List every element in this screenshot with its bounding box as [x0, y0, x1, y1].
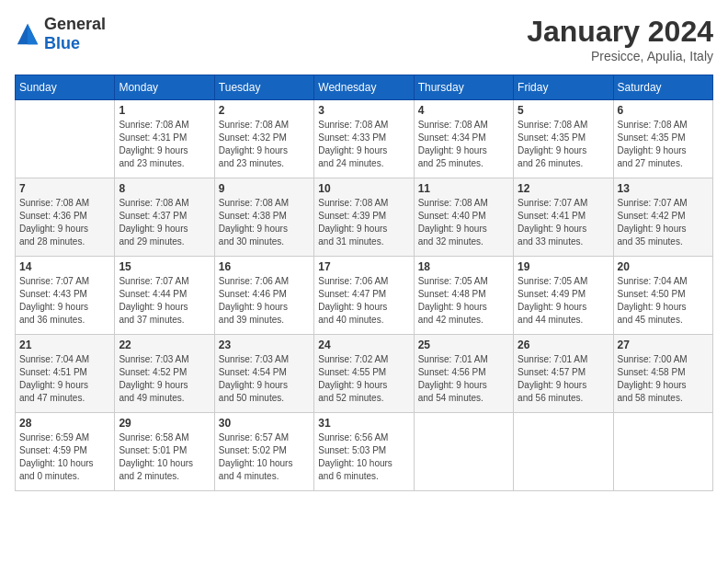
calendar-cell: 31Sunrise: 6:56 AMSunset: 5:03 PMDayligh…	[314, 413, 414, 491]
day-info: Sunrise: 7:03 AMSunset: 4:54 PMDaylight:…	[219, 353, 310, 405]
day-number: 15	[119, 260, 210, 273]
calendar-cell: 24Sunrise: 7:02 AMSunset: 4:55 PMDayligh…	[314, 335, 414, 413]
day-number: 30	[219, 417, 310, 430]
weekday-header-monday: Monday	[115, 75, 214, 100]
calendar-cell: 17Sunrise: 7:06 AMSunset: 4:47 PMDayligh…	[314, 257, 414, 335]
day-info: Sunrise: 7:08 AMSunset: 4:35 PMDaylight:…	[618, 119, 709, 170]
day-info: Sunrise: 7:07 AMSunset: 4:43 PMDaylight:…	[19, 275, 110, 327]
day-number: 24	[318, 339, 409, 351]
calendar-cell	[514, 413, 613, 491]
calendar-cell: 8Sunrise: 7:08 AMSunset: 4:37 PMDaylight…	[115, 178, 214, 257]
title-area: January 2024 Presicce, Apulia, Italy	[527, 15, 713, 63]
day-number: 17	[318, 260, 409, 273]
weekday-header-sunday: Sunday	[16, 75, 115, 100]
day-number: 5	[518, 104, 609, 117]
day-info: Sunrise: 6:58 AMSunset: 5:01 PMDaylight:…	[119, 431, 210, 483]
day-number: 20	[618, 260, 709, 273]
day-info: Sunrise: 7:08 AMSunset: 4:31 PMDaylight:…	[119, 119, 210, 170]
calendar-cell: 4Sunrise: 7:08 AMSunset: 4:34 PMDaylight…	[414, 100, 513, 178]
day-info: Sunrise: 7:08 AMSunset: 4:40 PMDaylight:…	[418, 197, 509, 248]
calendar-cell: 15Sunrise: 7:07 AMSunset: 4:44 PMDayligh…	[115, 257, 214, 335]
location-subtitle: Presicce, Apulia, Italy	[527, 49, 713, 63]
day-info: Sunrise: 7:08 AMSunset: 4:32 PMDaylight:…	[219, 119, 310, 170]
calendar-cell: 29Sunrise: 6:58 AMSunset: 5:01 PMDayligh…	[115, 413, 214, 491]
day-number: 18	[418, 260, 509, 273]
weekday-header-wednesday: Wednesday	[314, 75, 414, 100]
day-number: 12	[518, 182, 609, 195]
day-number: 8	[119, 182, 210, 195]
day-number: 19	[518, 260, 609, 273]
calendar-cell: 11Sunrise: 7:08 AMSunset: 4:40 PMDayligh…	[414, 178, 513, 257]
calendar-table: SundayMondayTuesdayWednesdayThursdayFrid…	[15, 75, 713, 491]
day-info: Sunrise: 7:05 AMSunset: 4:49 PMDaylight:…	[518, 275, 609, 327]
day-number: 23	[219, 339, 310, 351]
calendar-cell	[414, 413, 513, 491]
day-info: Sunrise: 7:08 AMSunset: 4:38 PMDaylight:…	[219, 197, 310, 248]
calendar-cell: 20Sunrise: 7:04 AMSunset: 4:50 PMDayligh…	[613, 257, 712, 335]
calendar-cell: 5Sunrise: 7:08 AMSunset: 4:35 PMDaylight…	[514, 100, 613, 178]
calendar-cell: 7Sunrise: 7:08 AMSunset: 4:36 PMDaylight…	[16, 178, 115, 257]
week-row-4: 21Sunrise: 7:04 AMSunset: 4:51 PMDayligh…	[16, 335, 713, 413]
calendar-cell	[16, 100, 115, 178]
page-header: General Blue January 2024 Presicce, Apul…	[15, 15, 713, 63]
day-number: 9	[219, 182, 310, 195]
day-number: 1	[119, 104, 210, 117]
day-number: 29	[119, 417, 210, 430]
calendar-cell: 28Sunrise: 6:59 AMSunset: 4:59 PMDayligh…	[16, 413, 115, 491]
day-number: 6	[618, 104, 709, 117]
calendar-cell: 2Sunrise: 7:08 AMSunset: 4:32 PMDaylight…	[214, 100, 313, 178]
day-info: Sunrise: 7:07 AMSunset: 4:44 PMDaylight:…	[119, 275, 210, 327]
week-row-5: 28Sunrise: 6:59 AMSunset: 4:59 PMDayligh…	[16, 413, 713, 491]
day-info: Sunrise: 7:01 AMSunset: 4:56 PMDaylight:…	[418, 353, 509, 405]
day-number: 21	[19, 339, 110, 351]
day-info: Sunrise: 7:06 AMSunset: 4:46 PMDaylight:…	[219, 275, 310, 327]
calendar-cell: 12Sunrise: 7:07 AMSunset: 4:41 PMDayligh…	[514, 178, 613, 257]
calendar-cell: 1Sunrise: 7:08 AMSunset: 4:31 PMDaylight…	[115, 100, 214, 178]
calendar-cell: 9Sunrise: 7:08 AMSunset: 4:38 PMDaylight…	[214, 178, 313, 257]
calendar-cell: 27Sunrise: 7:00 AMSunset: 4:58 PMDayligh…	[613, 335, 712, 413]
day-info: Sunrise: 7:07 AMSunset: 4:42 PMDaylight:…	[618, 197, 709, 248]
day-number: 7	[19, 182, 110, 195]
calendar-cell: 6Sunrise: 7:08 AMSunset: 4:35 PMDaylight…	[613, 100, 712, 178]
day-info: Sunrise: 6:56 AMSunset: 5:03 PMDaylight:…	[318, 431, 409, 483]
day-number: 16	[219, 260, 310, 273]
svg-marker-1	[28, 24, 38, 44]
day-info: Sunrise: 7:08 AMSunset: 4:35 PMDaylight:…	[518, 119, 609, 170]
weekday-header-row: SundayMondayTuesdayWednesdayThursdayFrid…	[16, 75, 713, 100]
day-info: Sunrise: 7:07 AMSunset: 4:41 PMDaylight:…	[518, 197, 609, 248]
calendar-cell: 22Sunrise: 7:03 AMSunset: 4:52 PMDayligh…	[115, 335, 214, 413]
calendar-cell	[613, 413, 712, 491]
calendar-cell: 14Sunrise: 7:07 AMSunset: 4:43 PMDayligh…	[16, 257, 115, 335]
month-title: January 2024	[527, 15, 713, 49]
day-number: 3	[318, 104, 409, 117]
day-info: Sunrise: 6:59 AMSunset: 4:59 PMDaylight:…	[19, 431, 110, 483]
day-info: Sunrise: 7:08 AMSunset: 4:37 PMDaylight:…	[119, 197, 210, 248]
logo-blue-text: Blue	[44, 34, 80, 52]
day-info: Sunrise: 7:06 AMSunset: 4:47 PMDaylight:…	[318, 275, 409, 327]
calendar-cell: 21Sunrise: 7:04 AMSunset: 4:51 PMDayligh…	[16, 335, 115, 413]
day-number: 28	[19, 417, 110, 430]
day-info: Sunrise: 7:08 AMSunset: 4:34 PMDaylight:…	[418, 119, 509, 170]
day-number: 26	[518, 339, 609, 351]
day-info: Sunrise: 7:03 AMSunset: 4:52 PMDaylight:…	[119, 353, 210, 405]
calendar-cell: 30Sunrise: 6:57 AMSunset: 5:02 PMDayligh…	[214, 413, 313, 491]
day-number: 10	[318, 182, 409, 195]
day-number: 2	[219, 104, 310, 117]
day-number: 4	[418, 104, 509, 117]
calendar-cell: 19Sunrise: 7:05 AMSunset: 4:49 PMDayligh…	[514, 257, 613, 335]
week-row-3: 14Sunrise: 7:07 AMSunset: 4:43 PMDayligh…	[16, 257, 713, 335]
weekday-header-tuesday: Tuesday	[214, 75, 313, 100]
calendar-cell: 16Sunrise: 7:06 AMSunset: 4:46 PMDayligh…	[214, 257, 313, 335]
day-number: 22	[119, 339, 210, 351]
logo: General Blue	[15, 15, 106, 53]
day-info: Sunrise: 7:04 AMSunset: 4:50 PMDaylight:…	[618, 275, 709, 327]
day-info: Sunrise: 7:08 AMSunset: 4:36 PMDaylight:…	[19, 197, 110, 248]
calendar-cell: 3Sunrise: 7:08 AMSunset: 4:33 PMDaylight…	[314, 100, 414, 178]
day-info: Sunrise: 7:08 AMSunset: 4:39 PMDaylight:…	[318, 197, 409, 248]
day-number: 25	[418, 339, 509, 351]
day-info: Sunrise: 7:04 AMSunset: 4:51 PMDaylight:…	[19, 353, 110, 405]
day-info: Sunrise: 7:00 AMSunset: 4:58 PMDaylight:…	[618, 353, 709, 405]
week-row-2: 7Sunrise: 7:08 AMSunset: 4:36 PMDaylight…	[16, 178, 713, 257]
day-number: 14	[19, 260, 110, 273]
week-row-1: 1Sunrise: 7:08 AMSunset: 4:31 PMDaylight…	[16, 100, 713, 178]
